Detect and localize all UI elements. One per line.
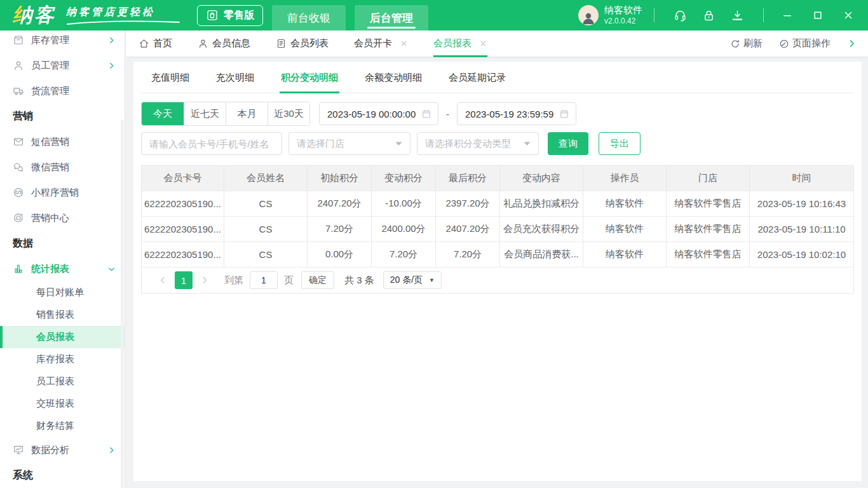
- support-icon[interactable]: [674, 9, 687, 22]
- titlebar: 纳客 纳客管店更轻松 零售版 前台收银 后台管理 纳客软件 v2.0.0.42: [0, 0, 868, 30]
- edition-badge[interactable]: 零售版: [197, 5, 263, 26]
- column-header: 操作员: [583, 166, 667, 191]
- tab-member-extension-record[interactable]: 会员延期记录: [447, 62, 507, 93]
- calendar-icon: [421, 109, 431, 119]
- range-last7days-button[interactable]: 近七天: [184, 102, 226, 125]
- table-cell: 纳客软件: [583, 217, 667, 241]
- table-cell: 纳客软件: [583, 242, 667, 267]
- edition-label: 零售版: [224, 9, 254, 22]
- page-number-button[interactable]: 1: [175, 271, 193, 289]
- sidebar-item-logistics-mgmt[interactable]: 货流管理: [0, 78, 125, 104]
- member-search-input[interactable]: [141, 132, 282, 155]
- table-cell: CS: [224, 242, 308, 267]
- tabbar-actions: 刷新 页面操作: [730, 37, 863, 50]
- store-select[interactable]: 请选择门店: [288, 132, 410, 155]
- person-icon: [13, 60, 24, 71]
- app-version: v2.0.0.42: [604, 17, 642, 26]
- table-cell: 会员充次获得积分: [500, 217, 583, 241]
- tab-member-open-card[interactable]: 会员开卡: [354, 30, 408, 57]
- type-select-value: 请选择积分变动类型: [425, 138, 511, 150]
- goto-page-input[interactable]: [250, 271, 278, 289]
- tab-balance-change-detail[interactable]: 余额变动明细: [363, 62, 423, 93]
- app-slogan: 纳客管店更轻松: [66, 6, 180, 25]
- report-tabs: 充值明细 充次明细 积分变动明细 余额变动明细 会员延期记录: [141, 62, 854, 93]
- table-row[interactable]: 6222202305190...CS2407.20分-10.00分2397.20…: [142, 191, 853, 216]
- tab-member-list[interactable]: 会员列表: [276, 30, 329, 57]
- expand-arrow-icon[interactable]: [847, 39, 857, 48]
- table-cell: -10.00分: [372, 191, 436, 216]
- minimize-button[interactable]: [782, 10, 793, 21]
- tab-member-info[interactable]: 会员信息: [198, 30, 250, 57]
- caret-down-icon: [395, 142, 402, 146]
- export-button[interactable]: 导出: [599, 132, 641, 155]
- column-header: 门店: [667, 166, 750, 191]
- table-cell: CS: [224, 191, 308, 216]
- sidebar-item-statistics-reports[interactable]: 统计报表: [0, 256, 125, 281]
- tab-home[interactable]: 首页: [139, 30, 172, 57]
- next-page-icon[interactable]: [200, 276, 209, 285]
- inventory-icon: [13, 34, 24, 46]
- sidebar-subitem-inventory-report[interactable]: 库存报表: [0, 348, 125, 370]
- front-cashier-button[interactable]: 前台收银: [272, 5, 346, 30]
- sidebar-section-system: 系统: [0, 463, 125, 488]
- table-cell: 2400.00分: [372, 217, 436, 241]
- sidebar-subitem-sales-report[interactable]: 销售报表: [0, 304, 125, 326]
- table-cell: 7.20分: [436, 242, 500, 267]
- avatar[interactable]: [578, 5, 599, 25]
- sidebar-item-wechat-marketing[interactable]: 微信营销: [0, 154, 125, 180]
- sidebar-item-staff-mgmt[interactable]: 员工管理: [0, 53, 125, 78]
- sidebar-subitem-staff-report[interactable]: 员工报表: [0, 370, 125, 393]
- avatar-person-icon: [580, 10, 597, 25]
- total-count-label: 共 3 条: [344, 274, 374, 287]
- range-today-button[interactable]: 今天: [142, 102, 184, 125]
- table-row[interactable]: 6222202305190...CS0.00分7.20分7.20分会员商品消费获…: [142, 241, 853, 267]
- tab-recharge-detail[interactable]: 充值明细: [150, 62, 191, 93]
- maximize-button[interactable]: [812, 10, 824, 21]
- backend-admin-button[interactable]: 后台管理: [355, 5, 428, 30]
- tab-close-icon[interactable]: [400, 39, 408, 48]
- range-last30days-button[interactable]: 近30天: [268, 102, 309, 125]
- close-button[interactable]: [843, 10, 854, 21]
- sidebar-item-data-analysis[interactable]: 数据分析: [0, 437, 125, 463]
- page-operations-icon: [779, 39, 789, 49]
- sidebar-subitem-member-report[interactable]: 会员报表: [0, 326, 125, 348]
- column-header: 最后积分: [436, 166, 500, 191]
- page-size-select[interactable]: 20 条/页 ▼: [383, 271, 442, 289]
- date-to-value: 2023-05-19 23:59:59: [465, 109, 553, 119]
- prev-page-icon[interactable]: [158, 276, 167, 285]
- tab-points-change-detail[interactable]: 积分变动明细: [280, 62, 339, 93]
- goto-page-suffix: 页: [284, 274, 294, 287]
- page-operations-button[interactable]: 页面操作: [779, 37, 831, 50]
- sidebar-item-inventory-mgmt[interactable]: 库存管理: [0, 30, 125, 53]
- lock-icon[interactable]: [702, 9, 715, 22]
- points-change-type-select[interactable]: 请选择积分变动类型: [417, 132, 539, 155]
- sidebar-subitem-shift-report[interactable]: 交班报表: [0, 393, 125, 415]
- sidebar-item-label: 营销中心: [31, 212, 69, 224]
- date-to-input[interactable]: 2023-05-19 23:59:59: [457, 102, 576, 125]
- table-row[interactable]: 6222202305190...CS7.20分2400.00分2407.20分会…: [142, 216, 853, 241]
- refresh-button[interactable]: 刷新: [730, 37, 763, 50]
- tab-close-icon[interactable]: [479, 39, 487, 48]
- tab-member-report[interactable]: 会员报表: [433, 30, 487, 57]
- table-cell: 6222202305190...: [142, 242, 224, 267]
- sidebar: 库存管理 员工管理 货流管理 营销 短信营销 微信营销 小程序营销 营销中心: [0, 30, 125, 488]
- query-button[interactable]: 查询: [548, 132, 588, 155]
- goto-confirm-button[interactable]: 确定: [301, 271, 334, 289]
- download-icon[interactable]: [731, 9, 744, 22]
- range-thismonth-button[interactable]: 本月: [226, 102, 268, 125]
- table-cell: 7.20分: [372, 242, 436, 267]
- sidebar-subitem-finance-settlement[interactable]: 财务结算: [0, 415, 125, 437]
- sidebar-item-sms-marketing[interactable]: 短信营销: [0, 129, 125, 154]
- table-cell: 纳客软件: [583, 191, 667, 216]
- sidebar-subitem-daily-reconciliation[interactable]: 每日对账单: [0, 281, 125, 304]
- column-header: 时间: [750, 166, 853, 191]
- sidebar-scrollbar[interactable]: [121, 119, 124, 488]
- sidebar-item-marketing-center[interactable]: 营销中心: [0, 205, 125, 231]
- chevron-right-icon: [107, 62, 116, 70]
- sidebar-item-miniprogram-marketing[interactable]: 小程序营销: [0, 180, 125, 205]
- tab-times-detail[interactable]: 充次明细: [215, 62, 255, 93]
- sidebar-item-label: 货流管理: [31, 85, 69, 97]
- table-cell: 纳客软件零售店: [667, 242, 750, 267]
- date-from-input[interactable]: 2023-05-19 00:00:00: [319, 102, 438, 125]
- table-cell: 6222202305190...: [142, 217, 224, 241]
